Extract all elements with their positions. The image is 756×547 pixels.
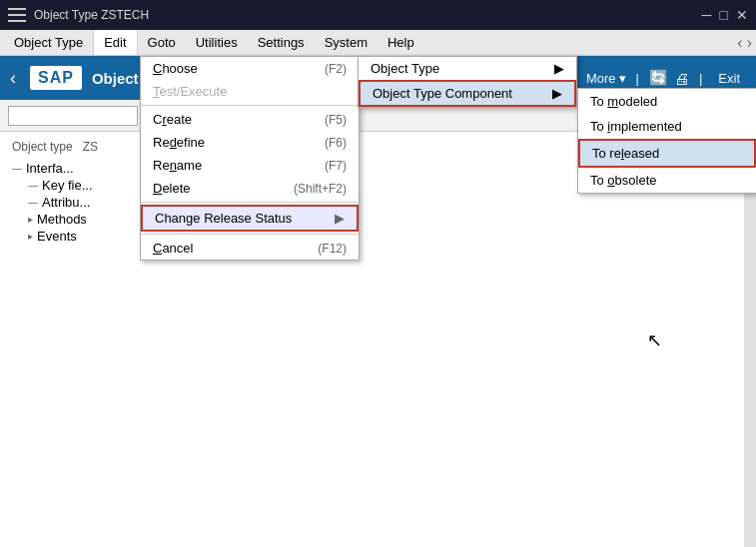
expand-icon: — <box>28 197 38 208</box>
tree-row[interactable]: — Attribu... <box>28 194 744 211</box>
menu-item-delete[interactable]: Delete (Shift+F2) <box>141 177 359 200</box>
minimize-icon[interactable]: ─ <box>702 7 712 23</box>
crs-submenu[interactable]: Object Type ▶ Object Type Component ▶ <box>358 56 577 108</box>
menu-item-choose[interactable]: Choose (F2) <box>141 57 359 80</box>
tree-item-events[interactable]: Events <box>37 229 77 244</box>
tree-item-interface[interactable]: Interfa... <box>26 161 74 176</box>
vertical-scrollbar[interactable] <box>744 132 756 547</box>
more-chevron-icon: ▾ <box>619 71 626 86</box>
edit-dropdown-menu[interactable]: Choose (F2) Test/Execute Create (F5) Red… <box>140 56 360 261</box>
otc-item-to-released[interactable]: To released <box>578 139 756 168</box>
sidebar-item-system[interactable]: System <box>315 30 378 55</box>
crs-item-object-type[interactable]: Object Type ▶ <box>359 57 576 80</box>
menu-item-change-release-status[interactable]: Change Release Status ▶ <box>141 205 359 232</box>
crs-item-object-type-component[interactable]: Object Type Component ▶ <box>359 80 576 107</box>
crs-submenu-arrow-icon: ▶ <box>554 61 564 76</box>
otc-item-to-implemented[interactable]: To implemented <box>578 114 756 139</box>
sidebar-item-settings[interactable]: Settings <box>248 30 315 55</box>
tree-item-methods[interactable]: Methods <box>37 212 87 227</box>
otc-item-to-modeled[interactable]: To modeled <box>578 89 756 114</box>
sidebar-item-goto[interactable]: Goto <box>138 30 186 55</box>
exit-button[interactable]: Exit <box>712 69 746 88</box>
separator <box>141 202 359 203</box>
sidebar-item-object-type[interactable]: Object Type <box>4 30 93 55</box>
nav-right-icon[interactable]: › <box>747 34 752 52</box>
tree-row[interactable]: ▸ Methods <box>28 211 744 228</box>
menu-nav-arrows: ‹ › <box>737 34 752 52</box>
content-area: Object type ZS — Interfa... — Key fie...… <box>0 132 756 547</box>
separator2: | <box>699 71 702 86</box>
menu-item-rename[interactable]: Rename (F7) <box>141 154 359 177</box>
hamburger-icon[interactable] <box>8 8 26 22</box>
tree-item-attribute[interactable]: Attribu... <box>42 195 90 210</box>
expand-icon: — <box>28 180 38 191</box>
object-type-label: Object type <box>12 140 73 154</box>
sidebar-item-help[interactable]: Help <box>378 30 424 55</box>
expand-icon: ▸ <box>28 231 33 242</box>
more-button[interactable]: More ▾ <box>586 71 626 86</box>
back-button[interactable]: ‹ <box>10 68 16 89</box>
sap-logo: SAP <box>30 66 82 90</box>
title-bar-controls: ─ □ ✕ <box>702 7 748 23</box>
sidebar-item-utilities[interactable]: Utilities <box>186 30 248 55</box>
title-bar-left: Object Type ZSTECH <box>8 8 149 22</box>
menu-item-test-execute: Test/Execute <box>141 80 359 103</box>
menu-item-create[interactable]: Create (F5) <box>141 108 359 131</box>
refresh-icon[interactable]: 🔄 <box>649 69 668 87</box>
toolbar-search-input[interactable] <box>8 106 138 126</box>
menu-bar: Object Type Edit Goto Utilities Settings… <box>0 30 756 56</box>
close-icon[interactable]: ✕ <box>736 7 748 23</box>
menu-item-cancel[interactable]: Cancel (F12) <box>141 237 359 260</box>
separator: | <box>636 71 639 86</box>
title-bar: Object Type ZSTECH ─ □ ✕ <box>0 0 756 30</box>
separator <box>141 234 359 235</box>
expand-icon: — <box>12 163 22 174</box>
submenu-arrow-icon: ▶ <box>335 211 345 226</box>
restore-icon[interactable]: □ <box>720 7 728 23</box>
otc-item-to-obsolete[interactable]: To obsolete <box>578 168 756 193</box>
object-type-value: ZS <box>83 140 98 154</box>
title-bar-text: Object Type ZSTECH <box>34 8 149 22</box>
sidebar-item-edit[interactable]: Edit <box>93 30 137 55</box>
tree-row[interactable]: ▸ Events <box>28 228 744 245</box>
print-icon[interactable]: 🖨 <box>674 70 689 87</box>
crs-component-arrow-icon: ▶ <box>552 86 562 101</box>
menu-item-redefine[interactable]: Redefine (F6) <box>141 131 359 154</box>
nav-left-icon[interactable]: ‹ <box>737 34 742 52</box>
expand-icon: ▸ <box>28 214 33 225</box>
tree-item-keyfield[interactable]: Key fie... <box>42 178 93 193</box>
otc-submenu[interactable]: To modeled To implemented To released To… <box>577 88 756 194</box>
separator <box>141 105 359 106</box>
